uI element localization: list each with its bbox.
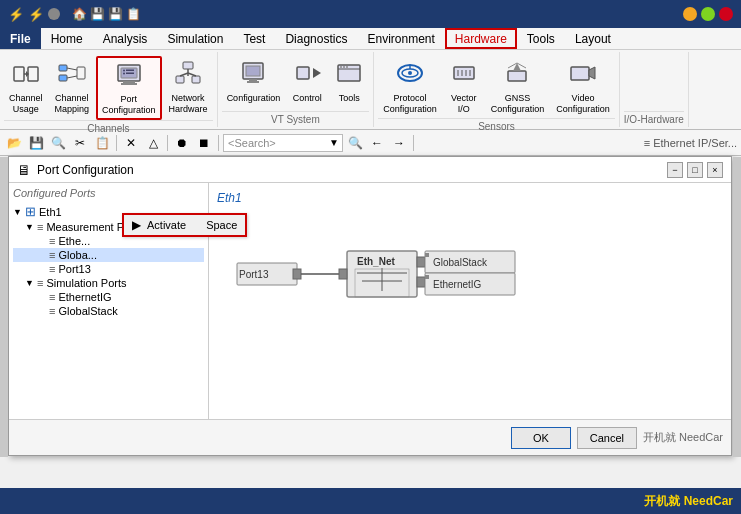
port-win-close[interactable]: × xyxy=(707,162,723,178)
channel-usage-label: ChannelUsage xyxy=(9,93,43,115)
svg-rect-0 xyxy=(14,67,24,81)
channel-mapping-icon xyxy=(58,59,86,91)
sensors-group-label: Sensors xyxy=(378,118,615,132)
svg-point-15 xyxy=(123,73,125,75)
eth1-label: Eth1 xyxy=(39,206,62,218)
tree-item-globalstack-mp[interactable]: ≡ Globa... xyxy=(13,248,204,262)
tb-btn-5[interactable]: 📋 xyxy=(92,133,112,153)
tb-btn-4[interactable]: ✂ xyxy=(70,133,90,153)
port-win-minimize[interactable]: − xyxy=(667,162,683,178)
svg-rect-6 xyxy=(77,67,85,79)
menu-test[interactable]: Test xyxy=(233,28,275,49)
menu-diagnostics[interactable]: Diagnostics xyxy=(275,28,357,49)
tb-btn-2[interactable]: 💾 xyxy=(26,133,46,153)
vt-configuration-btn[interactable]: Configuration xyxy=(222,56,286,106)
vt-control-btn[interactable]: Control xyxy=(287,56,327,106)
tb-btn-6[interactable]: ✕ xyxy=(121,133,141,153)
svg-line-22 xyxy=(188,73,196,76)
menu-environment[interactable]: Environment xyxy=(357,28,444,49)
video-config-btn[interactable]: VideoConfiguration xyxy=(551,56,615,118)
tb-btn-12[interactable]: → xyxy=(389,133,409,153)
svg-line-21 xyxy=(180,73,188,76)
tb-btn-8[interactable]: ⏺ xyxy=(172,133,192,153)
eig-label: EthernetIG xyxy=(58,291,111,303)
maximize-button[interactable] xyxy=(701,7,715,21)
svg-rect-27 xyxy=(297,67,309,79)
menu-layout[interactable]: Layout xyxy=(565,28,621,49)
vt-config-icon xyxy=(239,59,267,91)
tb-btn-7[interactable]: △ xyxy=(143,133,163,153)
minimize-button[interactable] xyxy=(683,7,697,21)
status-right: 开机就 NeedCar xyxy=(644,493,733,510)
ribbon: ChannelUsage ChannelMapping xyxy=(0,50,741,130)
context-menu: ▶ Activate Space xyxy=(122,213,247,237)
gnss-config-label: GNSSConfiguration xyxy=(491,93,545,115)
vector-io-icon xyxy=(450,59,478,91)
menu-file[interactable]: File xyxy=(0,28,41,49)
vector-io-btn[interactable]: VectorI/O xyxy=(444,56,484,118)
ok-button[interactable]: OK xyxy=(511,427,571,449)
tree-item-ethernetig[interactable]: ≡ EthernetIG xyxy=(13,290,204,304)
vt-control-icon xyxy=(293,59,321,91)
view-label: ≡ Ethernet IP/Ser... xyxy=(644,137,737,149)
svg-rect-18 xyxy=(176,76,184,83)
app-icon: ⚡ xyxy=(8,7,24,22)
menu-simulation[interactable]: Simulation xyxy=(157,28,233,49)
menu-home[interactable]: Home xyxy=(41,28,93,49)
tree-item-simulation-ports[interactable]: ▼ ≡ Simulation Ports xyxy=(13,276,204,290)
menu-hardware[interactable]: Hardware xyxy=(445,28,517,49)
svg-point-32 xyxy=(343,66,345,68)
channel-usage-btn[interactable]: ChannelUsage xyxy=(4,56,48,118)
tree-item-port13[interactable]: ≡ Port13 xyxy=(13,262,204,276)
tb-btn-10[interactable]: 🔍 xyxy=(345,133,365,153)
right-gutter xyxy=(733,157,741,457)
port-config-window: 🖥 Port Configuration − □ × Configured Po… xyxy=(8,156,732,456)
port-configuration-icon xyxy=(115,60,143,92)
activate-label[interactable]: Activate xyxy=(147,219,186,231)
tree-item-globalstack-sp[interactable]: ≡ GlobalStack xyxy=(13,304,204,318)
search-box[interactable]: <Search> xyxy=(223,134,343,152)
vt-group-label: VT System xyxy=(222,111,370,125)
toolbar-separator-4 xyxy=(413,135,414,151)
network-hardware-label: NetworkHardware xyxy=(169,93,208,115)
tb-btn-9[interactable]: ⏹ xyxy=(194,133,214,153)
sensors-buttons: ProtocolConfiguration VectorI/O xyxy=(378,54,615,118)
cancel-button[interactable]: Cancel xyxy=(577,427,637,449)
port-configuration-btn[interactable]: PortConfiguration xyxy=(96,56,162,120)
channel-mapping-btn[interactable]: ChannelMapping xyxy=(50,56,95,118)
sp-label: Simulation Ports xyxy=(46,277,126,289)
tb-btn-11[interactable]: ← xyxy=(367,133,387,153)
secondary-toolbar: 📂 💾 🔍 ✂ 📋 ✕ △ ⏺ ⏹ <Search> ▼ 🔍 ← → ≡ Eth… xyxy=(0,130,741,156)
ribbon-group-sensors: ProtocolConfiguration VectorI/O xyxy=(374,52,620,127)
close-button[interactable] xyxy=(719,7,733,21)
sp-icon: ≡ xyxy=(37,277,43,289)
vt-control-label: Control xyxy=(293,93,322,103)
protocol-config-btn[interactable]: ProtocolConfiguration xyxy=(378,56,442,118)
diagram-title: Eth1 xyxy=(217,191,723,205)
channels-buttons: ChannelUsage ChannelMapping xyxy=(4,54,213,120)
save2-icon: 💾 xyxy=(108,7,123,21)
svg-text:Port13: Port13 xyxy=(239,269,269,280)
video-config-icon xyxy=(569,59,597,91)
search-dropdown-icon[interactable]: ▼ xyxy=(329,137,339,148)
tb-btn-1[interactable]: 📂 xyxy=(4,133,24,153)
menu-tools[interactable]: Tools xyxy=(517,28,565,49)
menu-analysis[interactable]: Analysis xyxy=(93,28,158,49)
svg-text:EthernetIG: EthernetIG xyxy=(433,279,482,290)
svg-point-31 xyxy=(340,66,342,68)
eig-icon: ≡ xyxy=(49,291,55,303)
svg-rect-63 xyxy=(425,253,429,257)
toolbar-separator-3 xyxy=(218,135,219,151)
gnss-config-btn[interactable]: GNSSConfiguration xyxy=(486,56,550,118)
port-win-maximize[interactable]: □ xyxy=(687,162,703,178)
svg-point-33 xyxy=(346,66,348,68)
svg-point-36 xyxy=(408,71,412,75)
svg-rect-14 xyxy=(126,70,134,72)
svg-line-8 xyxy=(67,76,77,78)
vt-tools-btn[interactable]: Tools xyxy=(329,56,369,106)
tb-btn-3[interactable]: 🔍 xyxy=(48,133,68,153)
search-placeholder: <Search> xyxy=(228,137,276,149)
network-hardware-btn[interactable]: NetworkHardware xyxy=(164,56,213,118)
space-label[interactable]: Space xyxy=(206,219,237,231)
svg-rect-19 xyxy=(192,76,200,83)
